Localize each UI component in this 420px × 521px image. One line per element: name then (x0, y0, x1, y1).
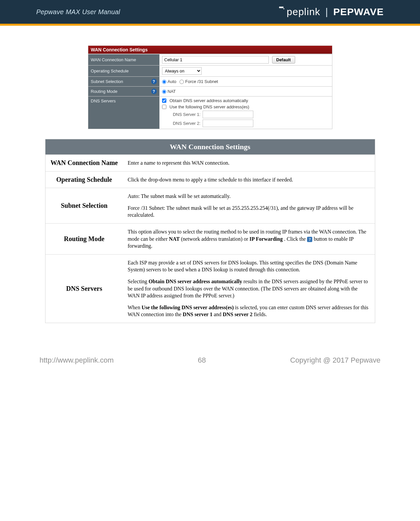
default-button[interactable]: Default (272, 56, 295, 64)
label-dns-servers: DNS Servers (88, 96, 159, 129)
desc-dns-p3-post: fields. (254, 312, 267, 317)
desc-row-name: WAN Connection Name Enter a name to repr… (45, 154, 375, 171)
desc-dns-p3-b2: DNS server 1 (183, 312, 212, 317)
operating-schedule-select[interactable]: Always on (162, 67, 202, 75)
label-routing-mode-text: Routing Mode (91, 89, 118, 94)
routing-nat-radio[interactable] (162, 90, 166, 94)
dns-auto-checkbox[interactable] (162, 98, 166, 103)
subnet-force-option[interactable]: Force /31 Subnet (180, 79, 218, 84)
manual-title: Pepwave MAX User Manual (36, 8, 120, 16)
help-icon[interactable]: ? (151, 89, 157, 94)
description-table: WAN Connection Settings WAN Connection N… (45, 139, 375, 323)
footer-copyright: Copyright @ 2017 Pepwave (290, 356, 380, 365)
label-connection-name: WAN Connection Name (88, 54, 159, 65)
label-routing-mode: Routing Mode ? (88, 87, 159, 96)
dns-server-1-input[interactable] (203, 111, 253, 118)
desc-dns-p2: Selecting Obtain DNS server address auto… (128, 278, 370, 299)
desc-routing-paragraph: This option allows you to select the rou… (128, 228, 370, 250)
field-dns-servers: Obtain DNS server address automatically … (159, 96, 332, 129)
dns-server-1-label: DNS Server 1: (169, 112, 201, 117)
desc-row-dns: DNS Servers Each ISP may provide a set o… (45, 254, 375, 323)
top-bar: Pepwave MAX User Manual •••. peplink | P… (0, 0, 420, 24)
widget-title: WAN Connection Settings (88, 46, 332, 54)
desc-dns-p1: Each ISP may provide a set of DNS server… (128, 259, 370, 273)
brand-peplink: peplink (287, 6, 320, 17)
row-dns-servers: DNS Servers Obtain DNS server address au… (88, 96, 332, 129)
desc-body-name: Enter a name to represent this WAN conne… (123, 155, 375, 171)
dns-server-2-row: DNS Server 2: (169, 120, 253, 127)
label-connection-name-text: WAN Connection Name (91, 57, 136, 62)
desc-label-name: WAN Connection Name (45, 155, 123, 171)
dns-server-1-row: DNS Server 1: (169, 111, 253, 118)
help-icon: ? (307, 237, 312, 242)
dns-custom-checkbox[interactable] (162, 105, 166, 109)
label-subnet-selection: Subnet Selection ? (88, 77, 159, 86)
brand-pepwave: PEPWAVE (333, 6, 384, 17)
desc-row-schedule: Operating Schedule Click the drop-down m… (45, 171, 375, 188)
dns-auto-option[interactable]: Obtain DNS server address automatically (162, 98, 253, 103)
wan-settings-widget: WAN Connection Settings WAN Connection N… (88, 45, 332, 129)
subnet-force-radio[interactable] (180, 80, 184, 84)
desc-routing-b2: IP Forwarding (249, 236, 283, 242)
field-routing-mode: NAT (159, 87, 332, 96)
brand-dots-icon: •••. (279, 4, 284, 11)
label-operating-schedule-text: Operating Schedule (91, 69, 129, 73)
dns-server-2-input[interactable] (203, 120, 253, 127)
desc-subnet-p1: Auto: The subnet mask will be set automa… (128, 193, 370, 200)
desc-body-schedule: Click the drop-down menu to apply a time… (123, 172, 375, 188)
desc-row-subnet: Subnet Selection Auto: The subnet mask w… (45, 188, 375, 223)
desc-label-schedule: Operating Schedule (45, 172, 123, 188)
desc-routing-mid1: (network address translation) or (181, 236, 249, 242)
subnet-auto-radio[interactable] (162, 80, 166, 84)
page-footer: http://www.peplink.com 68 Copyright @ 20… (0, 336, 420, 378)
routing-nat-label: NAT (168, 89, 176, 94)
desc-dns-p3: When Use the following DNS server addres… (128, 304, 370, 318)
desc-dns-p2-b: Obtain DNS server address automatically (149, 279, 242, 284)
desc-label-routing: Routing Mode (45, 224, 123, 254)
desc-subnet-p2: Force /31 Subnet: The subnet mask will b… (128, 205, 370, 219)
subnet-force-label: Force /31 Subnet (185, 79, 218, 84)
field-subnet-selection: Auto Force /31 Subnet (159, 77, 332, 86)
desc-body-routing: This option allows you to select the rou… (123, 224, 375, 254)
dns-auto-label: Obtain DNS server address automatically (170, 98, 248, 103)
help-icon[interactable]: ? (151, 79, 157, 84)
description-title: WAN Connection Settings (45, 139, 375, 154)
desc-row-routing: Routing Mode This option allows you to s… (45, 223, 375, 254)
desc-dns-p3-b: Use the following DNS server address(es) (142, 305, 234, 310)
dns-server-2-label: DNS Server 2: (169, 121, 201, 126)
desc-routing-mid2: . Click the (284, 236, 307, 242)
desc-body-subnet: Auto: The subnet mask will be set automa… (123, 188, 375, 223)
wan-connection-name-input[interactable] (162, 56, 269, 64)
footer-url: http://www.peplink.com (40, 356, 114, 365)
row-subnet-selection: Subnet Selection ? Auto Force /31 Subnet (88, 76, 332, 86)
desc-body-dns: Each ISP may provide a set of DNS server… (123, 255, 375, 323)
row-connection-name: WAN Connection Name Default (88, 54, 332, 65)
desc-dns-p3-and: and (214, 312, 223, 317)
routing-nat-option[interactable]: NAT (162, 89, 176, 94)
subnet-auto-label: Auto (168, 79, 177, 84)
row-routing-mode: Routing Mode ? NAT (88, 86, 332, 96)
footer-page-number: 68 (114, 356, 290, 365)
label-dns-servers-text: DNS Servers (91, 98, 116, 103)
field-operating-schedule: Always on (159, 66, 332, 76)
desc-dns-p3-pre: When (128, 305, 142, 310)
brand-separator-icon: | (325, 6, 328, 17)
desc-label-dns: DNS Servers (45, 255, 123, 323)
field-connection-name: Default (159, 54, 332, 65)
desc-dns-p2-pre: Selecting (128, 279, 149, 284)
label-operating-schedule: Operating Schedule (88, 66, 159, 76)
row-operating-schedule: Operating Schedule Always on (88, 65, 332, 76)
desc-label-subnet: Subnet Selection (45, 188, 123, 223)
brand: •••. peplink | PEPWAVE (279, 4, 384, 20)
desc-dns-p3-b3: DNS server 2 (223, 312, 252, 317)
desc-routing-b1: NAT (169, 236, 180, 242)
dns-custom-label: Use the following DNS server address(es) (170, 104, 249, 109)
dns-custom-option[interactable]: Use the following DNS server address(es) (162, 104, 253, 109)
label-subnet-selection-text: Subnet Selection (91, 79, 123, 84)
subnet-auto-option[interactable]: Auto (162, 79, 177, 84)
